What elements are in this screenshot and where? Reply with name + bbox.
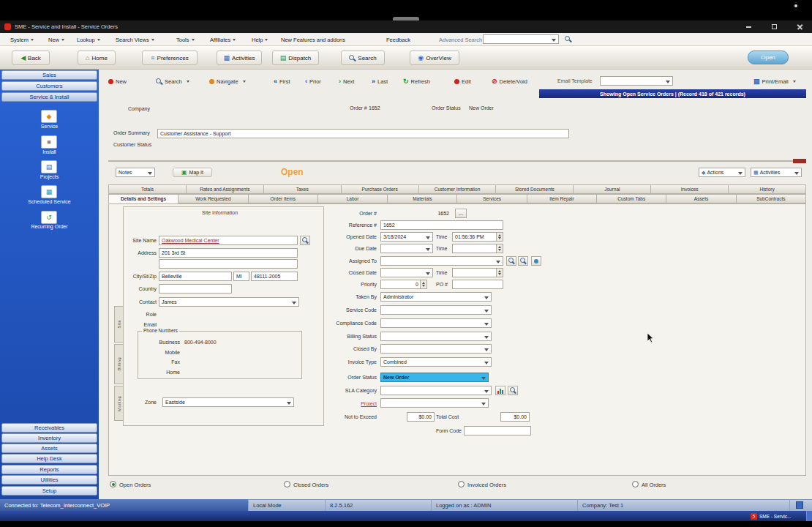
sla-search-button[interactable]: [508, 386, 518, 395]
email-template-combo[interactable]: [600, 76, 673, 86]
menu-new[interactable]: New: [48, 35, 64, 44]
zone-dropdown[interactable]: Eastside: [162, 397, 294, 407]
opened-date-dropdown[interactable]: 3/18/2024: [380, 232, 433, 242]
menu-search-views[interactable]: Search Views: [116, 35, 154, 44]
new-record-button[interactable]: New: [108, 76, 127, 86]
activities-dropdown[interactable]: ▦Activities: [751, 168, 802, 177]
time-spinner[interactable]: [496, 233, 503, 241]
sidebar-item-inventory[interactable]: Inventory: [1, 433, 97, 443]
menu-new-features[interactable]: New Features and addons: [281, 35, 345, 44]
closed-orders-radio[interactable]: [284, 481, 290, 487]
billing-status-dropdown[interactable]: [380, 332, 492, 341]
sidebar-item-reports[interactable]: Reports: [1, 465, 97, 474]
tab-details-settings[interactable]: Details and Settings: [108, 194, 178, 203]
sidebar-item-help-desk[interactable]: Help Desk: [1, 454, 97, 463]
menu-lookup[interactable]: Lookup: [77, 35, 100, 44]
due-date-dropdown[interactable]: [380, 244, 433, 253]
tab-subcontracts[interactable]: SubContracts: [737, 194, 806, 203]
vtab-site[interactable]: Site: [114, 306, 123, 343]
time-spinner[interactable]: [496, 244, 503, 253]
print-email-button[interactable]: ▤Print/Email: [753, 76, 796, 86]
projects-module-icon[interactable]: ▤: [41, 160, 57, 173]
closed-date-dropdown[interactable]: [380, 268, 433, 277]
sidebar-module-recurring-order[interactable]: Recurring Order: [0, 224, 99, 229]
state-input[interactable]: MI: [233, 272, 249, 281]
tab-item-repair[interactable]: Item Repair: [527, 194, 597, 203]
search-record-button[interactable]: Search: [156, 76, 189, 86]
minimize-button[interactable]: [742, 23, 755, 31]
sidebar-module-scheduled-service[interactable]: Scheduled Service: [0, 199, 99, 204]
overview-button[interactable]: ◉OverView: [410, 51, 459, 65]
tab-taxes[interactable]: Taxes: [264, 184, 342, 194]
tab-labor[interactable]: Labor: [318, 194, 388, 203]
order-status-dropdown[interactable]: New Order: [380, 373, 489, 382]
sidebar-module-projects[interactable]: Projects: [0, 174, 99, 179]
maximize-button[interactable]: [767, 23, 781, 31]
priority-spinner[interactable]: [420, 280, 426, 288]
delete-void-button[interactable]: ⊘Delete/Void: [492, 76, 527, 86]
city-input[interactable]: Belleville: [159, 272, 232, 281]
search-button[interactable]: Search: [341, 51, 385, 65]
recurring-order-module-icon[interactable]: ↺: [41, 211, 57, 224]
tab-custom-tabs[interactable]: Custom Tabs: [597, 194, 666, 203]
show-desktop-button[interactable]: [806, 511, 812, 521]
po-number-input[interactable]: [452, 280, 503, 289]
tab-history[interactable]: History: [729, 184, 806, 194]
advanced-search-combo[interactable]: [483, 34, 559, 44]
tab-purchase-orders[interactable]: Purchase Orders: [342, 184, 419, 194]
scheduled-service-module-icon[interactable]: ▦: [41, 185, 57, 198]
menu-help[interactable]: Help: [252, 35, 268, 44]
assigned-to-dropdown[interactable]: [380, 256, 503, 266]
order-summary-input[interactable]: Customer Assistance - Support: [157, 129, 569, 138]
menu-feedback[interactable]: Feedback: [386, 35, 410, 44]
navigate-button[interactable]: Navigate: [209, 76, 246, 86]
tab-invoices[interactable]: Invoices: [651, 184, 729, 194]
service-module-icon[interactable]: ◆: [41, 110, 57, 123]
zip-input[interactable]: 48111-2005: [251, 272, 298, 281]
sidebar-item-receivables[interactable]: Receivables: [1, 423, 97, 433]
tab-order-items[interactable]: Order Items: [249, 194, 318, 203]
taskbar-item-sme[interactable]: 5 SME - Servic...: [751, 512, 805, 520]
country-input[interactable]: [159, 284, 232, 294]
back-button[interactable]: ◀Back: [12, 51, 50, 65]
vtab-mailing[interactable]: Mailing: [114, 386, 123, 421]
priority-stepper[interactable]: 0: [380, 280, 427, 289]
actions-dropdown[interactable]: ◆Actions: [699, 168, 745, 177]
closed-orders-label[interactable]: Closed Orders: [293, 482, 328, 488]
first-record-button[interactable]: «First: [274, 76, 290, 86]
service-code-dropdown[interactable]: [380, 305, 492, 315]
search-icon[interactable]: [565, 36, 571, 42]
tab-rates-assignments[interactable]: Rates and Assignments: [187, 184, 264, 194]
site-name-input[interactable]: Oakwood Medical Center: [159, 236, 298, 245]
sidebar-item-customers[interactable]: Customers: [1, 81, 97, 91]
open-view-button[interactable]: Open: [748, 51, 789, 64]
next-record-button[interactable]: ›Next: [339, 76, 354, 86]
project-dropdown[interactable]: [380, 398, 489, 408]
dispatch-button[interactable]: ▤Dispatch: [272, 51, 319, 65]
open-orders-label[interactable]: Open Orders: [119, 482, 151, 488]
invoice-type-dropdown[interactable]: Combined: [380, 357, 492, 367]
edit-button[interactable]: Edit: [454, 76, 471, 86]
tab-assets[interactable]: Assets: [666, 194, 736, 203]
form-code-input[interactable]: [464, 426, 531, 436]
address2-input[interactable]: [159, 259, 298, 269]
tab-materials[interactable]: Materials: [388, 194, 457, 203]
activities-button[interactable]: ▦Activities: [217, 51, 262, 65]
due-time-input[interactable]: [452, 244, 503, 253]
sidebar-item-sales[interactable]: Sales: [1, 70, 97, 80]
map-it-button[interactable]: ▣Map It: [173, 168, 212, 177]
not-to-exceed-input[interactable]: $0.00: [407, 412, 435, 422]
tab-work-requested[interactable]: Work Requested: [178, 194, 248, 203]
opened-time-input[interactable]: 01:56:36 PM: [452, 232, 503, 242]
refresh-button[interactable]: ↻Refresh: [403, 76, 430, 86]
invoiced-orders-label[interactable]: Invoiced Orders: [467, 482, 506, 488]
vtab-billing[interactable]: Billing: [114, 344, 123, 384]
menu-system[interactable]: System: [10, 35, 34, 44]
sla-category-dropdown[interactable]: [380, 386, 492, 395]
closed-by-dropdown[interactable]: [380, 344, 492, 354]
menu-tools[interactable]: Tools: [176, 35, 195, 44]
sidebar-item-service-install[interactable]: Service & Install: [1, 92, 97, 102]
time-spinner[interactable]: [496, 269, 503, 277]
open-orders-radio[interactable]: [110, 481, 116, 487]
sidebar-item-utilities[interactable]: Utilities: [1, 475, 97, 485]
